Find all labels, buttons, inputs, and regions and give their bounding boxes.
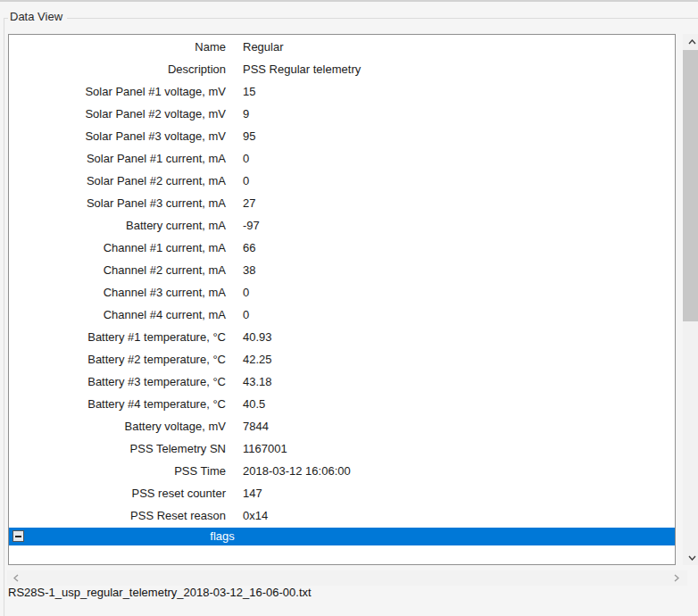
- row-label: Battery #2 temperature, °C: [9, 348, 226, 370]
- row-value: PSS Regular telemetry: [243, 58, 361, 80]
- row-value: 95: [243, 125, 255, 147]
- scroll-right-icon[interactable]: [669, 570, 684, 586]
- row-value: 0: [243, 304, 249, 326]
- row-value: -97: [243, 214, 260, 237]
- row-value: 7844: [243, 415, 269, 437]
- table-row[interactable]: Solar Panel #2 current, mA0: [9, 170, 675, 192]
- row-value: 0: [243, 170, 249, 192]
- table-row[interactable]: PSS Telemetry SN1167001: [9, 437, 675, 460]
- groupbox-title: Data View: [8, 10, 67, 23]
- flags-group-row-selected[interactable]: flags: [9, 528, 675, 545]
- row-label: Solar Panel #2 voltage, mV: [9, 103, 226, 125]
- table-row[interactable]: Battery #2 temperature, °C42.25: [9, 348, 675, 370]
- telemetry-table: NameRegular DescriptionPSS Regular telem…: [9, 36, 675, 527]
- row-value: 0x14: [243, 504, 268, 527]
- row-value: 0: [243, 281, 249, 304]
- table-row[interactable]: Battery #4 temperature, °C40.5: [9, 393, 675, 415]
- row-label: Solar Panel #3 voltage, mV: [9, 125, 226, 147]
- table-row[interactable]: Solar Panel #1 current, mA0: [9, 147, 675, 170]
- table-row[interactable]: Channel #2 current, mA38: [9, 259, 675, 281]
- row-value: 147: [243, 482, 262, 504]
- table-row[interactable]: Solar Panel #1 voltage, mV15: [9, 80, 675, 103]
- row-label: Solar Panel #3 current, mA: [9, 192, 226, 214]
- table-row[interactable]: Battery #3 temperature, °C43.18: [9, 370, 675, 393]
- table-row[interactable]: PSS reset counter147: [9, 482, 675, 504]
- table-row[interactable]: Channel #4 current, mA0: [9, 304, 675, 326]
- table-row[interactable]: Battery voltage, mV7844: [9, 415, 675, 437]
- scroll-up-icon[interactable]: [683, 34, 698, 49]
- table-row[interactable]: Channel #1 current, mA66: [9, 237, 675, 259]
- row-label: Battery #3 temperature, °C: [9, 370, 226, 393]
- row-label: Channel #1 current, mA: [9, 237, 226, 259]
- flags-group-label: flags: [9, 528, 436, 545]
- scroll-left-icon[interactable]: [8, 570, 23, 586]
- row-value: 43.18: [243, 370, 272, 393]
- row-label: PSS Telemetry SN: [9, 437, 226, 460]
- row-label: Channel #3 current, mA: [9, 281, 226, 304]
- horizontal-scrollbar[interactable]: [7, 570, 687, 586]
- row-label: Description: [9, 58, 226, 80]
- table-row[interactable]: PSS Reset reason0x14: [9, 504, 675, 527]
- table-row[interactable]: Solar Panel #3 current, mA27: [9, 192, 675, 214]
- row-value: 15: [243, 80, 255, 103]
- row-value: 1167001: [243, 437, 287, 460]
- table-row[interactable]: Channel #3 current, mA0: [9, 281, 675, 304]
- row-label: Battery #4 temperature, °C: [9, 393, 226, 415]
- row-label: PSS Reset reason: [9, 504, 226, 527]
- row-label: Solar Panel #2 current, mA: [9, 170, 226, 192]
- row-value: 42.25: [243, 348, 272, 370]
- row-label: Solar Panel #1 voltage, mV: [9, 80, 226, 103]
- row-label: Channel #2 current, mA: [9, 259, 226, 281]
- vertical-scrollbar[interactable]: [683, 34, 698, 565]
- table-row[interactable]: Solar Panel #2 voltage, mV9: [9, 103, 675, 125]
- table-row[interactable]: NameRegular: [9, 36, 675, 58]
- row-label: Battery voltage, mV: [9, 415, 226, 437]
- row-label: Name: [9, 36, 226, 58]
- row-label: Solar Panel #1 current, mA: [9, 147, 226, 170]
- row-value: Regular: [243, 36, 284, 58]
- row-value: 40.5: [243, 393, 265, 415]
- table-row[interactable]: Battery current, mA-97: [9, 214, 675, 237]
- row-label: Battery current, mA: [9, 214, 226, 237]
- row-value: 0: [243, 147, 249, 170]
- row-value: 2018-03-12 16:06:00: [243, 460, 351, 482]
- scroll-down-icon[interactable]: [683, 550, 698, 565]
- row-value: 27: [243, 192, 255, 214]
- row-value: 66: [243, 237, 255, 259]
- row-value: 40.93: [243, 326, 272, 348]
- row-label: PSS reset counter: [9, 482, 226, 504]
- row-value: 38: [243, 259, 255, 281]
- telemetry-panel: NameRegular DescriptionPSS Regular telem…: [8, 34, 676, 565]
- row-label: PSS Time: [9, 460, 226, 482]
- table-row[interactable]: Solar Panel #3 voltage, mV95: [9, 125, 675, 147]
- row-label: Battery #1 temperature, °C: [9, 326, 226, 348]
- row-label: Channel #4 current, mA: [9, 304, 226, 326]
- row-value: 9: [243, 103, 249, 125]
- table-row[interactable]: PSS Time2018-03-12 16:06:00: [9, 460, 675, 482]
- table-row[interactable]: Battery #1 temperature, °C40.93: [9, 326, 675, 348]
- loaded-file-name: RS28S-1_usp_regular_telemetry_2018-03-12…: [8, 586, 312, 599]
- table-row[interactable]: DescriptionPSS Regular telemetry: [9, 58, 675, 80]
- vertical-scrollbar-thumb[interactable]: [683, 50, 698, 321]
